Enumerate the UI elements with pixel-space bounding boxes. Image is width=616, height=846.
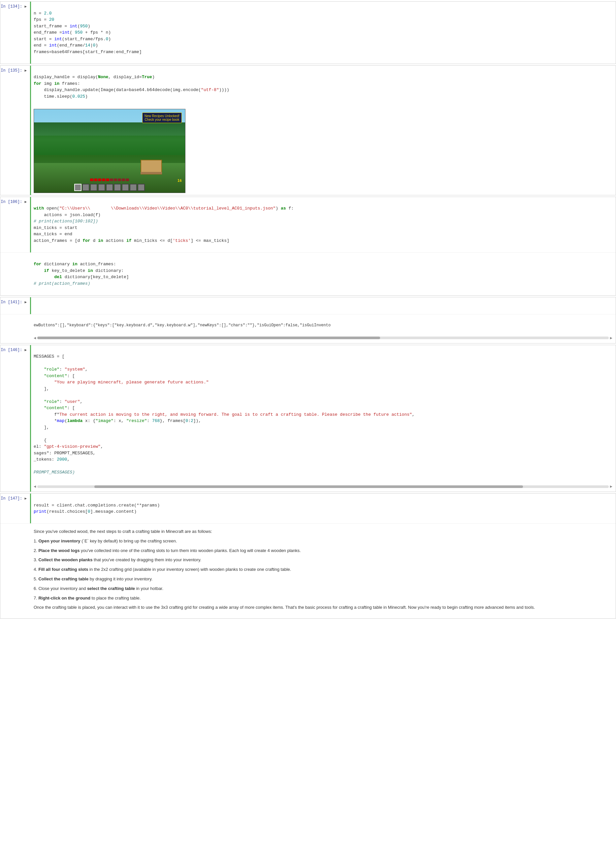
cell-135: In [135]: ▶ display_handle = display(Non… [0, 65, 616, 195]
cell-106-input-row: In [106]: ▶ with open("C:\\Users\\ \\Dow… [0, 197, 616, 253]
mc-slot-2 [82, 184, 90, 191]
cell-147-run-btn[interactable]: ▶ [24, 496, 27, 501]
mc-heart-10 [126, 179, 129, 181]
cell-141-output-row: ewButtons":[],"keyboard":{"keys":["key.k… [0, 314, 616, 343]
mc-level: 16 [178, 179, 182, 183]
mc-health-bar [90, 179, 129, 181]
mc-tooltip: New Recipes Unlocked!Check your recipe b… [142, 113, 182, 123]
output-line-4: 3. Collect the wooden planks that you've… [34, 557, 612, 564]
mc-slot-active [74, 184, 81, 191]
cell-146-scroll-right[interactable]: ▶ [610, 484, 612, 489]
cell-141-content[interactable] [30, 297, 616, 314]
cell-147-label: In [147]: [1, 496, 22, 501]
notebook: In [134]: ▶ n = 2.0 fps = 20 start_frame… [0, 1, 616, 619]
cell-141-gutter: In [141]: ▶ [0, 297, 30, 314]
mc-heart-2 [94, 179, 97, 181]
cell-141-run-btn[interactable]: ▶ [24, 300, 27, 304]
cell-141-scrollbar-row: ◀ ▶ [34, 335, 612, 341]
mc-heart-3 [98, 179, 101, 181]
cell-141-scrollbar-thumb[interactable] [37, 336, 380, 339]
cell-141-scroll-left[interactable]: ◀ [34, 336, 36, 341]
minecraft-screenshot: New Recipes Unlocked!Check your recipe b… [34, 109, 185, 193]
mc-heart-6 [110, 179, 113, 181]
output-line-5: 4. Fill all four crafting slots in the 2… [34, 566, 612, 573]
output-line-3: 2. Place the wood logs you've collected … [34, 547, 612, 554]
cell-135-input-row: In [135]: ▶ display_handle = display(Non… [0, 66, 616, 195]
cell-147-output-gutter [0, 524, 30, 618]
cell-106-cont-row: for dictionary in action_frames: if key_… [0, 253, 616, 295]
cell-147-output-content: Since you've collected wood, the next st… [30, 524, 616, 618]
cell-146-content[interactable]: MESSAGES = [ "role": "system", "content"… [30, 345, 616, 492]
cell-147-content[interactable]: result = client.chat.completions.create(… [30, 494, 616, 523]
mc-slot-4 [98, 184, 105, 191]
output-line-6: 5. Collect the crafting table by draggin… [34, 576, 612, 583]
cell-106-content[interactable]: with open("C:\\Users\\ \\Downloads\\Vide… [30, 197, 616, 253]
cell-141-output-gutter [0, 314, 30, 343]
mc-heart-9 [122, 179, 125, 181]
cell-134-input-row: In [134]: ▶ n = 2.0 fps = 20 start_frame… [0, 1, 616, 64]
cell-141-scroll-area[interactable]: ewButtons":[],"keyboard":{"keys":["key.k… [34, 316, 612, 335]
cell-141-json-output: ewButtons":[],"keyboard":{"keys":["key.k… [34, 316, 331, 334]
output-line-2: 1. Open your inventory (`E` key by defau… [34, 538, 612, 545]
mc-slot-7 [122, 184, 129, 191]
mc-slot-5 [106, 184, 113, 191]
cell-134-content[interactable]: n = 2.0 fps = 20 start_frame = int(950) … [30, 1, 616, 64]
mc-slot-6 [114, 184, 121, 191]
cell-106-cont-content: for dictionary in action_frames: if key_… [30, 253, 616, 295]
mc-heart-1 [90, 179, 93, 181]
cell-135-run-btn[interactable]: ▶ [24, 68, 27, 73]
mc-heart-4 [102, 179, 105, 181]
output-line-8: 7. Right-click on the ground to place th… [34, 595, 612, 602]
cell-141-scrollbar-track[interactable] [37, 336, 609, 339]
cell-146-gutter: In [146]: ▶ [0, 345, 30, 492]
output-line-7: 6. Close your inventory and select the c… [34, 585, 612, 592]
cell-147-prose: Since you've collected wood, the next st… [34, 526, 612, 616]
mc-hotbar [74, 184, 145, 191]
cell-147-output-row: Since you've collected wood, the next st… [0, 524, 616, 618]
cell-141-input-row: In [141]: ▶ [0, 297, 616, 314]
cell-106-cont-code: for dictionary in action_frames: if key_… [34, 255, 612, 293]
cell-134-run-btn[interactable]: ▶ [24, 4, 27, 9]
cell-147: In [147]: ▶ result = client.chat.complet… [0, 493, 616, 619]
cell-106-run-btn[interactable]: ▶ [24, 200, 27, 204]
cell-135-gutter: In [135]: ▶ [0, 66, 30, 195]
cell-141-output-content: ewButtons":[],"keyboard":{"keys":["key.k… [30, 314, 616, 343]
cell-146-run-btn[interactable]: ▶ [24, 348, 27, 352]
mc-slot-3 [90, 184, 97, 191]
cell-141: In [141]: ▶ ewButtons":[],"keyboard":{"k… [0, 297, 616, 344]
mc-chest-lid [141, 172, 162, 175]
cell-134-gutter: In [134]: ▶ [0, 1, 30, 64]
mc-heart-8 [118, 179, 121, 181]
cell-147-input-row: In [147]: ▶ result = client.chat.complet… [0, 494, 616, 524]
cell-135-content[interactable]: display_handle = display(None, display_i… [30, 66, 616, 195]
cell-141-scroll-right[interactable]: ▶ [610, 336, 612, 341]
cell-106: In [106]: ▶ with open("C:\\Users\\ \\Dow… [0, 197, 616, 296]
cell-106-label: In [106]: [1, 200, 22, 204]
cell-134-label: In [134]: [1, 4, 22, 9]
cell-146-scrollbar-track[interactable] [37, 485, 609, 488]
cell-146-input-row: In [146]: ▶ MESSAGES = [ "role": "system… [0, 345, 616, 492]
cell-146: In [146]: ▶ MESSAGES = [ "role": "system… [0, 345, 616, 492]
cell-135-label: In [135]: [1, 68, 22, 73]
cell-146-label: In [146]: [1, 348, 22, 352]
cell-106-code: with open("C:\\Users\\ \\Downloads\\Vide… [34, 199, 612, 250]
mc-slot-8 [130, 184, 137, 191]
cell-135-output: New Recipes Unlocked!Check your recipe b… [34, 109, 612, 193]
mc-heart-5 [106, 179, 109, 181]
cell-106-gutter: In [106]: ▶ [0, 197, 30, 253]
cell-141-code [34, 299, 612, 312]
mc-heart-7 [114, 179, 117, 181]
cell-147-gutter: In [147]: ▶ [0, 494, 30, 523]
cell-146-code: MESSAGES = [ "role": "system", "content"… [34, 347, 612, 482]
cell-146-scrollbar-thumb[interactable] [94, 485, 523, 488]
output-line-1: Since you've collected wood, the next st… [34, 528, 612, 535]
cell-146-scrollbar-row: ◀ ▶ [34, 483, 612, 490]
cell-135-code: display_handle = display(None, display_i… [34, 68, 612, 106]
output-line-9: Once the crafting table is placed, you c… [34, 604, 612, 611]
cell-146-scroll-left[interactable]: ◀ [34, 484, 36, 489]
cell-134: In [134]: ▶ n = 2.0 fps = 20 start_frame… [0, 1, 616, 64]
cell-141-label: In [141]: [1, 300, 22, 304]
cell-134-code: n = 2.0 fps = 20 start_frame = int(950) … [34, 4, 612, 62]
cell-106-cont-gutter [0, 253, 30, 295]
cell-147-code: result = client.chat.completions.create(… [34, 496, 612, 521]
